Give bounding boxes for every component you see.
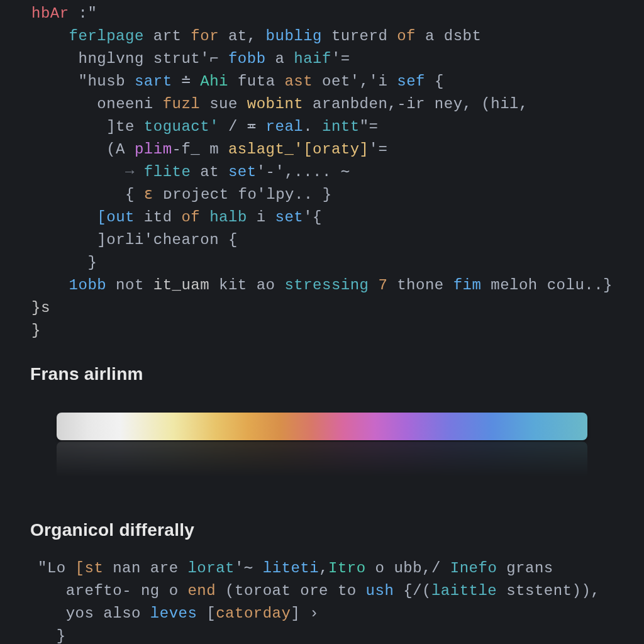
code-line: ]orli'chearon { (31, 229, 644, 252)
code-line: } (38, 625, 644, 644)
section-heading-organicol: Organicol differally (0, 479, 644, 543)
code-block-1: hbAr :" ferlpage art for at, bublig ture… (0, 0, 644, 342)
code-line: "Lo [st nan are lorat'∼ liteti,Itro o ub… (38, 557, 644, 580)
code-line: [out itd of halb i set'{ (31, 206, 644, 229)
code-line: ]te toguact' / ≖ real. intt"= (31, 116, 644, 138)
color-spectrum-bar[interactable] (57, 413, 587, 440)
code-line: hnglvng strut'⌐ fobb a haif'= (31, 48, 644, 70)
color-spectrum-reflection (57, 441, 587, 479)
code-line: } (31, 252, 644, 274)
code-block-2: "Lo [st nan are lorat'∼ liteti,Itro o ub… (0, 543, 644, 644)
section-heading-frans: Frans airlinm (0, 342, 644, 387)
code-line: yos also leves [catorday] › (38, 602, 644, 625)
code-line: "husb sart ≐ Ahi futa ast oet','i sef { (31, 70, 644, 93)
code-line: hbAr :" (31, 3, 644, 25)
code-line: (A plim-f_ m aslagt_'[oraty]'= (31, 138, 644, 161)
code-line: arefto- ng o end (toroat ore to ush {/(l… (38, 580, 644, 602)
code-line: { ɛ ᴅroject fo'lpy.. } (31, 184, 644, 206)
code-line: → flite at set'-',.... ∼ (31, 161, 644, 184)
code-line: oneeni fuzl sue wobint aranbden,-ir ney,… (31, 93, 644, 116)
code-line: } (31, 319, 644, 342)
color-spectrum-container (0, 387, 644, 479)
code-line: 1obb not it_uam kit ao stressing 7 thone… (31, 274, 644, 297)
code-line: ferlpage art for at, bublig turerd of a … (31, 25, 644, 48)
code-line: }s (31, 297, 644, 319)
